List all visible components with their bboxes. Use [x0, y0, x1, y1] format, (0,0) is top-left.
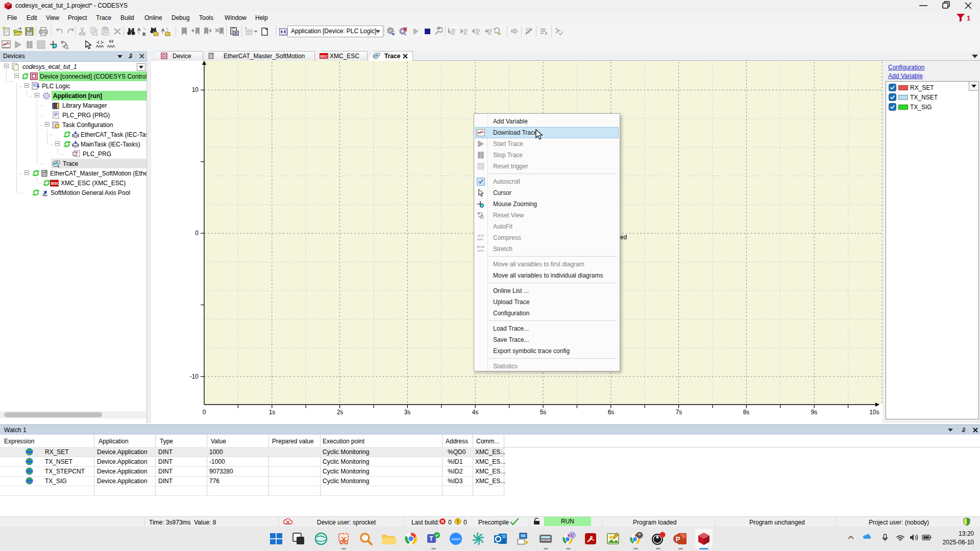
svg-text:4s: 4s — [472, 409, 479, 416]
svg-text:6s: 6s — [608, 409, 615, 416]
svg-text:B: B — [142, 32, 146, 37]
svg-text:8s: 8s — [743, 409, 750, 416]
svg-text:10s: 10s — [869, 409, 879, 416]
svg-text:7s: 7s — [676, 409, 682, 416]
svg-text:0: 0 — [195, 230, 199, 237]
svg-text:P: P — [676, 535, 680, 543]
svg-text:1: 1 — [967, 14, 970, 22]
svg-text:9s: 9s — [811, 409, 818, 416]
svg-text:BSC: BSC — [51, 181, 59, 186]
svg-text:2s: 2s — [337, 409, 344, 416]
svg-text:BSC: BSC — [321, 55, 328, 58]
svg-text:T: T — [429, 535, 433, 542]
svg-text:10: 10 — [192, 86, 199, 93]
svg-text:ed: ed — [620, 234, 627, 241]
svg-text:A: A — [137, 27, 141, 32]
svg-text:3s: 3s — [404, 409, 411, 416]
svg-text:zoom: zoom — [451, 537, 460, 541]
svg-text:-10: -10 — [190, 373, 199, 380]
svg-text:A: A — [161, 28, 165, 33]
svg-text:1s: 1s — [269, 409, 276, 416]
svg-text:!: ! — [457, 519, 458, 524]
svg-text:0: 0 — [203, 409, 206, 416]
svg-text:5s: 5s — [540, 409, 547, 416]
